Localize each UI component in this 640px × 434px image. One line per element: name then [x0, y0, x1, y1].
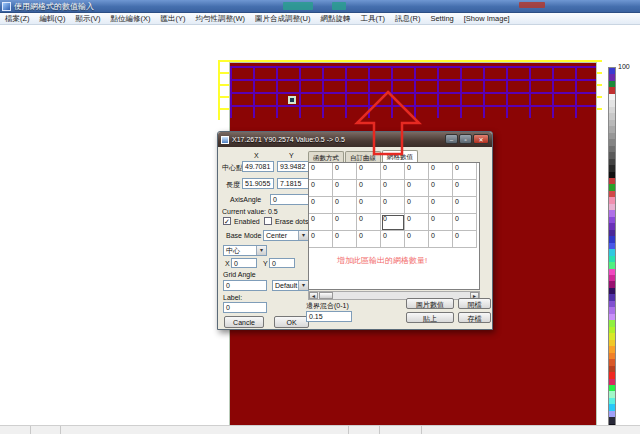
colorbar-max-label: 100	[618, 63, 630, 70]
grid-cell[interactable]: 0	[405, 214, 429, 231]
length-label: 長度	[226, 180, 240, 190]
grid-cell[interactable]: 0	[405, 163, 429, 180]
grid-cell[interactable]: 0	[429, 214, 453, 231]
grid-cell[interactable]: 0	[405, 197, 429, 214]
grid-cell[interactable]: 0	[357, 214, 381, 231]
grid-angle-field[interactable]: 0	[223, 280, 267, 291]
menu-item[interactable]: [Show Image]	[459, 14, 515, 23]
grid-cell[interactable]: 0	[453, 231, 477, 248]
menu-item[interactable]: Setting	[425, 14, 458, 23]
save-file-button[interactable]: 存檔	[458, 312, 491, 323]
menu-item[interactable]: 編輯(Q)	[35, 14, 71, 24]
grid-cell[interactable]: 0	[405, 231, 429, 248]
length-y-field[interactable]: 7.1815	[277, 178, 309, 189]
grid-cell[interactable]: 0	[333, 231, 357, 248]
grid-cell[interactable]: 0	[429, 197, 453, 214]
annotation-note: 增加此區輸出的網格數量!	[337, 255, 427, 266]
label-label: Label:	[223, 294, 242, 301]
up-arrow-annotation	[350, 85, 430, 160]
colorbar	[608, 67, 616, 431]
base-mode-select[interactable]: Center	[263, 230, 309, 241]
erase-dots-label: Erase dots	[275, 218, 308, 225]
length-x-field[interactable]: 51.9055	[242, 178, 274, 189]
offset-x-label: X	[225, 260, 230, 267]
paste-button[interactable]: 貼上	[406, 312, 454, 323]
grid-angle-label: Grid Angle	[223, 271, 256, 278]
scroll-thumb[interactable]	[319, 292, 333, 299]
maximize-icon[interactable]: ▫	[459, 134, 472, 144]
menu-bar: 檔案(Z)編輯(Q)顯示(V)點位編修(X)匯出(Y)均勻性調整(W)圖片合成調…	[0, 13, 640, 25]
axis-angle-label: AxisAngle	[230, 196, 261, 203]
label-field[interactable]: 0	[223, 302, 267, 313]
grid-cell[interactable]: 0	[309, 163, 333, 180]
cancel-button[interactable]: Cancle	[224, 316, 264, 328]
titlebar-artifact	[283, 2, 313, 10]
grid-cell[interactable]: 0	[453, 214, 477, 231]
menu-item[interactable]: 網點旋轉	[315, 14, 355, 24]
menu-item[interactable]: 顯示(V)	[70, 14, 105, 24]
grid-cell[interactable]: 0	[453, 197, 477, 214]
enabled-checkbox[interactable]: ✓	[223, 217, 231, 225]
current-value-text: Current value: 0.5	[222, 208, 278, 215]
erase-dots-checkbox[interactable]	[264, 217, 272, 225]
center-x-field[interactable]: 49.7081	[242, 161, 274, 172]
menu-item[interactable]: 檔案(Z)	[0, 14, 35, 24]
column-header-x: X	[254, 152, 259, 159]
grid-cell[interactable]: 0	[429, 163, 453, 180]
axis-angle-field[interactable]: 0	[270, 194, 309, 205]
window-title: 使用網格式的數值輸入	[14, 0, 94, 13]
grid-cell[interactable]: 0	[309, 197, 333, 214]
menu-item[interactable]: 訊息(R)	[390, 14, 425, 24]
center-y-field[interactable]: 93.9482	[277, 161, 309, 172]
grid-cell[interactable]: 0	[381, 197, 405, 214]
grid-cell[interactable]: 0	[429, 180, 453, 197]
selected-cell-marker[interactable]	[288, 96, 296, 104]
grid-cell[interactable]: 0	[381, 180, 405, 197]
blend-label: 邊界混合(0-1)	[306, 301, 349, 311]
status-pane	[61, 426, 349, 434]
menu-item[interactable]: 圖片合成調整(U)	[250, 14, 315, 24]
grid-cell[interactable]: 0	[453, 163, 477, 180]
grid-cell[interactable]: 0	[309, 180, 333, 197]
offset-x-field[interactable]: 0	[231, 258, 257, 268]
open-file-button[interactable]: 開檔	[458, 298, 491, 309]
blend-field[interactable]: 0.15	[306, 311, 352, 322]
grid-cell[interactable]: 0	[429, 231, 453, 248]
grid-cell[interactable]: 0	[357, 197, 381, 214]
image-values-button[interactable]: 圖片數值	[406, 298, 454, 309]
status-pane	[349, 426, 380, 434]
close-icon[interactable]: ✕	[473, 134, 489, 144]
offset-y-field[interactable]: 0	[269, 258, 295, 268]
grid-value-dialog: X17.2671 Y90.2574 Value:0.5 -> 0.5 – ▫ ✕…	[217, 131, 493, 330]
grid-cell[interactable]: 0	[405, 180, 429, 197]
grid-cell[interactable]: 0	[381, 231, 405, 248]
grid-cell[interactable]: 0	[381, 163, 405, 180]
scroll-left-icon[interactable]: ◄	[309, 292, 318, 299]
grid-cell[interactable]: 0	[333, 214, 357, 231]
menu-item[interactable]: 點位編修(X)	[105, 14, 155, 24]
titlebar: 使用網格式的數值輸入	[0, 0, 640, 13]
grid-angle-mode-select[interactable]: Default	[272, 280, 309, 291]
ok-button[interactable]: OK	[274, 316, 309, 328]
value-grid: 00000000000000000000000000000000000	[309, 163, 479, 248]
grid-cell[interactable]: 0	[333, 163, 357, 180]
menu-item[interactable]: 匯出(Y)	[155, 14, 190, 24]
column-header-y: Y	[289, 152, 294, 159]
grid-cell[interactable]: 0	[357, 180, 381, 197]
grid-cell[interactable]: 0	[357, 231, 381, 248]
titlebar-artifact	[519, 2, 545, 8]
minimize-icon[interactable]: –	[445, 134, 458, 144]
grid-cell[interactable]: 0	[333, 180, 357, 197]
titlebar-artifact	[332, 2, 346, 10]
grid-cell[interactable]: 0	[309, 214, 333, 231]
grid-cell[interactable]: 0	[309, 231, 333, 248]
value-grid-box: 00000000000000000000000000000000000 增加此區…	[308, 162, 480, 290]
anchor-select[interactable]: 中心	[223, 245, 267, 256]
menu-item[interactable]: 工具(T)	[355, 14, 390, 24]
grid-cell[interactable]: 0	[333, 197, 357, 214]
grid-h-scrollbar[interactable]: ◄ ►	[308, 291, 480, 300]
grid-cell[interactable]: 0	[453, 180, 477, 197]
grid-cell[interactable]: 0	[357, 163, 381, 180]
grid-cell[interactable]: 0	[381, 214, 405, 231]
menu-item[interactable]: 均勻性調整(W)	[190, 14, 250, 24]
